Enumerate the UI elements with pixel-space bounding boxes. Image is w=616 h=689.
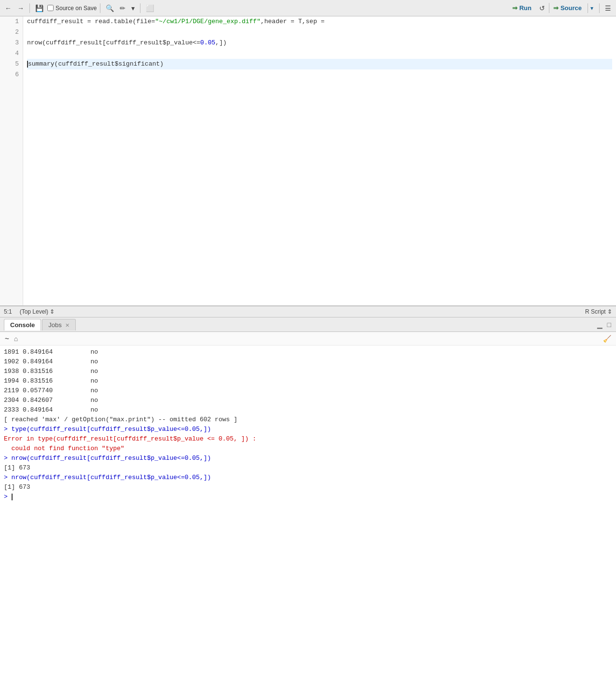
console-home-button[interactable]: ~ (4, 333, 10, 344)
console-out-4: 1994 0.831516 no (4, 376, 612, 386)
maximize-button[interactable]: □ (606, 320, 612, 330)
console-prompt-2: > nrow(cuffdiff_result[cuffdiff_result$p… (4, 454, 612, 463)
code-line-4 (27, 48, 612, 59)
console-toolbar: ~ ⌂ 🧹 (0, 332, 616, 345)
search-button[interactable]: 🔍 (104, 3, 116, 13)
menu-icon: ☰ (605, 4, 611, 12)
minimize-button[interactable]: ▁ (596, 320, 603, 330)
console-out-1: 1891 0.849164 no (4, 347, 612, 357)
line-numbers: 1 2 3 4 5 6 (0, 16, 23, 305)
separator-4 (599, 3, 600, 13)
line-num-6: 6 (0, 69, 23, 80)
editor-toolbar: ← → 💾 Source on Save 🔍 ✏ ▾ ⬜ ⇒ Run ↺ ⇒ S… (0, 0, 616, 16)
console-error-2: could not find function "type" (4, 444, 612, 454)
scope-select[interactable]: (Top Level) ⇕ (20, 308, 55, 315)
save-icon: 💾 (35, 4, 43, 12)
console-result-2: [1] 673 (4, 482, 612, 492)
back-icon: ← (5, 4, 12, 12)
cursor-position: 5:1 (4, 308, 12, 315)
console-prompt-1: > type(cuffdiff_result[cuffdiff_result$p… (4, 425, 612, 434)
separator-2 (100, 3, 100, 13)
console-out-2: 1902 0.849164 no (4, 357, 612, 367)
code-line-6 (27, 69, 612, 80)
console-tabs-bar: Console Jobs ✕ ▁ □ (0, 317, 616, 332)
source-dropdown-button[interactable]: ▾ (588, 3, 596, 13)
code-line-1: cuffdiff_result = read.table(file="~/cw1… (27, 16, 612, 27)
script-type-chevron-icon: ⇕ (607, 308, 612, 315)
editor-area: 1 2 3 4 5 6 cuffdiff_result = read.table… (0, 16, 616, 306)
code-icon: ⬜ (146, 4, 154, 12)
console-nav-button[interactable]: ⌂ (13, 334, 19, 344)
forward-button[interactable]: → (15, 3, 26, 13)
back-button[interactable]: ← (3, 3, 14, 13)
console-prompt-3: > nrow(cuffdiff_result[cuffdiff_result$p… (4, 473, 612, 482)
source-on-save-label[interactable]: Source on Save (47, 5, 97, 12)
pencil-button[interactable]: ✏ (118, 3, 127, 13)
line-num-4: 4 (0, 48, 23, 59)
source-arrow-icon: ⇒ (553, 4, 559, 12)
console-error-1: Error in type(cuffdiff_result[cuffdiff_r… (4, 434, 612, 444)
line-num-5: 5 (0, 59, 23, 69)
console-result-1: [1] 673 (4, 463, 612, 473)
console-area: Console Jobs ✕ ▁ □ ~ ⌂ 🧹 1891 (0, 317, 616, 689)
console-broom-area: 🧹 (602, 334, 612, 344)
code-button[interactable]: ⬜ (144, 3, 156, 13)
console-tab-icons: ▁ □ (596, 320, 612, 330)
tilde-icon: ~ (5, 334, 9, 343)
broom-icon: 🧹 (603, 335, 611, 343)
console-out-5: 2119 0.057740 no (4, 386, 612, 396)
line-num-1: 1 (0, 16, 23, 27)
pencil-icon: ✏ (120, 4, 126, 12)
save-button[interactable]: 💾 (33, 3, 45, 13)
chevron-down-icon: ▾ (131, 4, 135, 12)
clear-console-button[interactable]: 🧹 (602, 334, 612, 344)
run-arrow-icon: ⇒ (512, 4, 518, 12)
search-icon: 🔍 (106, 4, 114, 12)
minimize-icon: ▁ (597, 321, 602, 329)
status-bar: 5:1 (Top Level) ⇕ R Script ⇕ (0, 306, 616, 317)
source-button[interactable]: ⇒ Source (549, 3, 586, 13)
source-on-save-checkbox[interactable] (47, 5, 54, 11)
menu-button[interactable]: ☰ (603, 3, 613, 13)
line-num-3: 3 (0, 38, 23, 48)
rerun-icon: ↺ (539, 4, 545, 12)
console-prompt-active[interactable]: > (4, 492, 612, 502)
run-button[interactable]: ⇒ Run (508, 3, 535, 13)
separator-3 (140, 3, 140, 13)
forward-icon: → (17, 4, 24, 12)
console-out-3: 1938 0.831516 no (4, 367, 612, 376)
console-max-print: [ reached 'max' / getOption("max.print")… (4, 415, 612, 425)
console-output[interactable]: 1891 0.849164 no 1902 0.849164 no 1938 0… (0, 345, 616, 689)
scope-chevron-icon: ⇕ (50, 308, 55, 315)
home-icon: ⌂ (14, 335, 18, 343)
console-out-6: 2304 0.842607 no (4, 396, 612, 405)
code-line-5: summary(cuffdiff_result$significant) (27, 59, 612, 69)
dropdown-button[interactable]: ▾ (129, 3, 137, 13)
tab-jobs[interactable]: Jobs ✕ (42, 319, 76, 331)
separator-1 (29, 3, 30, 13)
maximize-icon: □ (607, 321, 611, 329)
code-editor[interactable]: cuffdiff_result = read.table(file="~/cw1… (23, 16, 616, 305)
console-out-7: 2333 0.849164 no (4, 405, 612, 415)
line-num-2: 2 (0, 27, 23, 38)
code-line-2 (27, 27, 612, 38)
jobs-tab-close-icon[interactable]: ✕ (65, 322, 70, 328)
script-type[interactable]: R Script ⇕ (585, 308, 612, 315)
toolbar-right: ⇒ Run ↺ ⇒ Source ▾ ☰ (508, 3, 613, 13)
code-line-3: nrow(cuffdiff_result[cuffdiff_result$p_v… (27, 38, 612, 48)
rerun-button[interactable]: ↺ (537, 3, 547, 13)
tab-console[interactable]: Console (4, 319, 41, 331)
source-chevron-icon: ▾ (590, 5, 593, 12)
